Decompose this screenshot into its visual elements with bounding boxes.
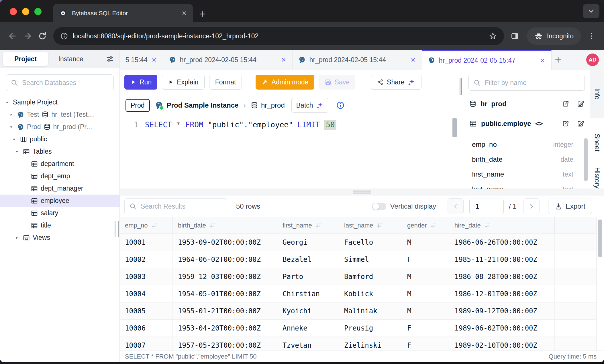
database-search-box[interactable] (6, 74, 114, 91)
vertical-display-toggle[interactable] (372, 203, 386, 210)
column-header-birth_date[interactable]: birth_date (173, 217, 277, 234)
prev-page-button[interactable] (448, 198, 464, 214)
worksheet-tab-close-icon[interactable] (281, 57, 287, 63)
schema-database-row[interactable]: hr_prod (463, 95, 590, 113)
table-cell[interactable]: 1959-12-03T00:00:00Z (173, 268, 277, 285)
sort-icon[interactable] (209, 222, 216, 229)
user-avatar[interactable]: AD (586, 54, 599, 66)
schema-filter-box[interactable] (468, 75, 585, 91)
tree-item-prod[interactable]: Prodhr_prod (Pr… (0, 121, 119, 133)
table-cell[interactable]: 10004 (120, 285, 173, 302)
column-row-last_name[interactable]: last_nametext (463, 182, 590, 189)
table-cell[interactable]: Preusig (339, 320, 402, 337)
caret-down-icon[interactable] (4, 100, 10, 105)
column-header-first_name[interactable]: first_name (277, 217, 339, 234)
external-link-icon[interactable] (562, 120, 569, 127)
column-list-scrollbar[interactable] (584, 138, 588, 181)
sidebar-tab-project[interactable]: Project (3, 52, 48, 66)
side-tab-history[interactable]: History (590, 167, 604, 189)
edit-icon[interactable] (577, 100, 584, 108)
table-cell[interactable]: 10006 (120, 320, 173, 337)
table-cell[interactable]: 1989-02-10T00:00:00Z (449, 337, 555, 351)
new-browser-tab-button[interactable] (198, 10, 207, 18)
table-cell[interactable]: Zielinski (339, 337, 402, 351)
sidebar-filter-icon[interactable] (106, 55, 114, 63)
info-icon[interactable] (336, 101, 345, 110)
minimize-window-button[interactable] (22, 8, 29, 15)
results-search-box[interactable] (124, 198, 227, 214)
browser-tab-close-icon[interactable] (181, 10, 187, 16)
table-cell[interactable]: 1964-06-02T00:00:00Z (173, 251, 277, 268)
tree-item-test[interactable]: Testhr_test (Test… (0, 108, 119, 121)
table-cell[interactable]: Simmel (339, 251, 402, 268)
column-row-emp_no[interactable]: emp_nointeger (463, 137, 590, 152)
table-cell[interactable]: 10005 (120, 302, 173, 319)
sql-editor[interactable]: 1 SELECT * FROM "public"."employee" LIMI… (120, 116, 458, 189)
results-divider[interactable] (120, 189, 604, 195)
tree-item-dept_emp[interactable]: dept_emp (0, 170, 119, 182)
table-cell[interactable]: Koblick (339, 285, 402, 302)
table-cell[interactable]: Bezalel (277, 251, 339, 268)
worksheet-tab-close-icon[interactable] (410, 57, 416, 63)
column-row-birth_date[interactable]: birth_datedate (463, 152, 590, 167)
column-header-hire_date[interactable]: hire_date (449, 217, 555, 234)
table-cell[interactable]: 1985-11-21T00:00:00Z (449, 251, 555, 268)
tree-item-public[interactable]: public (0, 133, 119, 145)
table-cell[interactable]: 1989-09-12T00:00:00Z (449, 302, 555, 319)
save-button[interactable]: Save (319, 75, 355, 90)
table-cell[interactable]: 1957-05-23T00:00:00Z (173, 337, 277, 351)
explain-button[interactable]: Explain (162, 75, 204, 90)
table-cell[interactable]: 1986-08-28T00:00:00Z (449, 268, 555, 285)
tree-item-salary[interactable]: salary (0, 207, 119, 219)
sql-code[interactable]: SELECT * FROM "public"."employee" LIMIT … (145, 116, 451, 189)
side-panel-button[interactable] (507, 29, 522, 43)
column-header-emp_no[interactable]: emp_no (120, 217, 173, 234)
next-page-button[interactable] (523, 198, 540, 214)
table-cell[interactable]: 10003 (120, 268, 173, 285)
vertical-drag-handle[interactable] (460, 78, 462, 95)
code-icon[interactable]: <> (535, 120, 542, 128)
caret-down-icon[interactable] (8, 124, 14, 130)
table-cell[interactable]: Facello (339, 234, 402, 251)
table-cell[interactable]: Chirstian (277, 285, 339, 302)
edit-icon[interactable] (577, 120, 584, 127)
maximize-window-button[interactable] (34, 8, 42, 15)
sidebar-resize-handle[interactable] (115, 221, 119, 237)
editor-scrollbar[interactable] (451, 116, 458, 189)
column-header-gender[interactable]: gender (402, 217, 449, 234)
editor-scrollbar-thumb[interactable] (452, 118, 457, 137)
table-cell[interactable]: 1953-04-20T00:00:00Z (173, 320, 277, 337)
sort-icon[interactable] (430, 222, 437, 229)
table-cell[interactable]: Maliniak (339, 302, 402, 319)
back-button[interactable] (5, 29, 20, 43)
address-bar[interactable]: localhost:8080/sql-editor/prod-sample-in… (53, 27, 504, 45)
browser-menu-button[interactable] (584, 29, 599, 43)
run-button[interactable]: Run (124, 75, 157, 90)
tab-search-button[interactable] (583, 4, 599, 18)
table-cell[interactable]: M (402, 285, 449, 302)
export-button[interactable]: Export (548, 199, 592, 214)
reload-button[interactable] (35, 29, 50, 43)
table-cell[interactable]: F (402, 251, 449, 268)
table-cell[interactable]: M (402, 234, 449, 251)
worksheet-tab[interactable]: hr_prod 2024-02-05 15:47 (422, 50, 552, 70)
table-cell[interactable]: 1955-01-21T00:00:00Z (173, 302, 277, 319)
table-cell[interactable]: 1989-06-02T00:00:00Z (449, 320, 555, 337)
worksheet-tab[interactable]: hr_prod 2024-02-05 15:44 (163, 50, 293, 70)
table-cell[interactable]: Kyoichi (277, 302, 339, 319)
schema-object-row[interactable]: public.employe <> (463, 113, 590, 134)
sort-icon[interactable] (151, 222, 158, 229)
tree-item-department[interactable]: department (0, 158, 119, 170)
caret-down-icon[interactable] (11, 137, 17, 142)
database-search-input[interactable] (21, 79, 109, 87)
instance-breadcrumb[interactable]: Prod Sample Instance (155, 101, 239, 110)
tree-item-tables[interactable]: Tables (0, 145, 119, 158)
editor-panel-divider[interactable] (458, 70, 463, 189)
tree-item-views[interactable]: Views (0, 232, 119, 244)
table-cell[interactable]: 1986-06-26T00:00:00Z (449, 234, 555, 251)
browser-tab[interactable]: Bytebase SQL Editor (53, 4, 193, 22)
side-tab-info[interactable]: Info (590, 70, 604, 118)
sort-icon[interactable] (484, 222, 491, 229)
tree-item-sample-project[interactable]: Sample Project (0, 96, 119, 108)
worksheet-tab-close-icon[interactable] (151, 57, 157, 63)
